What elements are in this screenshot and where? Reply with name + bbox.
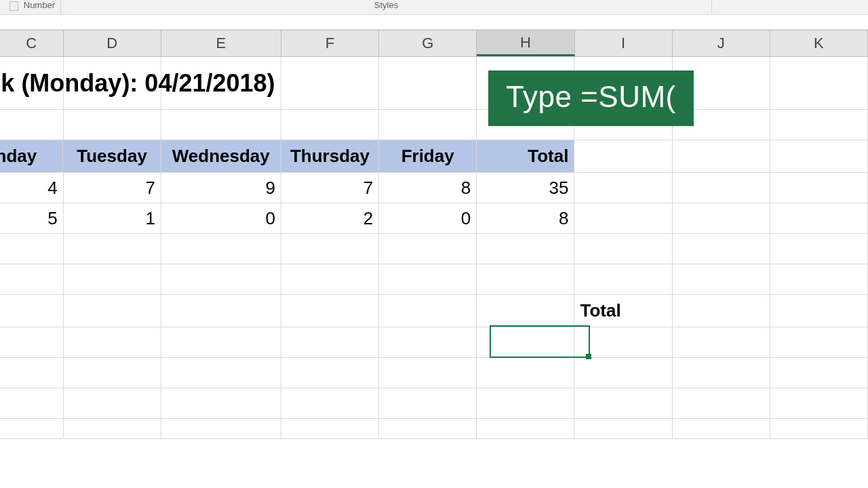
active-cell-H[interactable]: [477, 295, 574, 327]
cell[interactable]: [379, 388, 477, 419]
cell[interactable]: [161, 295, 281, 327]
col-header-E[interactable]: E: [161, 30, 281, 56]
cell[interactable]: [161, 234, 281, 264]
cell[interactable]: [0, 419, 64, 439]
cell[interactable]: [379, 419, 477, 439]
ribbon-group-number[interactable]: Number: [0, 0, 61, 14]
cell-G-r1[interactable]: 8: [379, 173, 477, 203]
cell[interactable]: [770, 203, 868, 234]
cell[interactable]: [161, 358, 281, 388]
col-header-J[interactable]: J: [673, 30, 770, 56]
cell-F-r1[interactable]: 7: [281, 173, 379, 203]
header-thursday[interactable]: Thursday: [281, 140, 379, 173]
cell[interactable]: [673, 203, 770, 234]
cell[interactable]: [379, 110, 477, 140]
cell[interactable]: [477, 264, 574, 295]
cell[interactable]: [281, 57, 379, 110]
cell-H-r1[interactable]: 35: [477, 173, 574, 203]
cell[interactable]: [0, 234, 64, 264]
cell[interactable]: [281, 295, 379, 327]
cell-E-r1[interactable]: 9: [161, 173, 281, 203]
cell-C-r1[interactable]: 4: [0, 173, 64, 203]
cell[interactable]: [281, 234, 379, 264]
cell[interactable]: [574, 203, 672, 234]
cell[interactable]: [770, 234, 868, 264]
grid[interactable]: (Start of Week (Monday): 04/21/2018): [0, 57, 868, 439]
cell[interactable]: [574, 388, 672, 419]
cell[interactable]: [64, 234, 161, 264]
cell[interactable]: [64, 327, 161, 358]
formula-bar-area[interactable]: [0, 15, 868, 30]
cell[interactable]: [673, 327, 770, 358]
cell[interactable]: [0, 264, 64, 295]
col-header-G[interactable]: G: [379, 30, 477, 56]
col-header-F[interactable]: F: [281, 30, 379, 56]
cell[interactable]: [770, 327, 868, 358]
cell[interactable]: [0, 295, 64, 327]
cell[interactable]: [281, 110, 379, 140]
cell[interactable]: [477, 327, 574, 358]
header-wednesday[interactable]: Wednesday: [161, 140, 281, 173]
cell[interactable]: [281, 327, 379, 358]
cell[interactable]: [770, 295, 868, 327]
cell[interactable]: [379, 57, 477, 110]
cell[interactable]: [379, 295, 477, 327]
cell[interactable]: [673, 234, 770, 264]
cell-F-r2[interactable]: 2: [281, 203, 379, 234]
header-monday[interactable]: Monday: [0, 140, 63, 173]
cell[interactable]: [673, 173, 770, 203]
cell[interactable]: [281, 388, 379, 419]
cell[interactable]: [770, 264, 868, 295]
cell[interactable]: [0, 327, 64, 358]
title-cell[interactable]: (Start of Week (Monday): 04/21/2018): [0, 57, 64, 110]
cell[interactable]: [770, 57, 868, 110]
col-header-I[interactable]: I: [575, 30, 673, 56]
col-header-K[interactable]: K: [770, 30, 868, 56]
cell[interactable]: [64, 295, 161, 327]
cell[interactable]: [379, 358, 477, 388]
cell[interactable]: [64, 388, 161, 419]
cell[interactable]: [673, 295, 770, 327]
header-tuesday[interactable]: Tuesday: [63, 140, 161, 173]
cell[interactable]: [64, 110, 161, 140]
col-header-H[interactable]: H: [477, 30, 574, 56]
cell[interactable]: [574, 234, 672, 264]
cell[interactable]: [64, 264, 161, 295]
cell[interactable]: [281, 358, 379, 388]
cell[interactable]: [574, 419, 672, 439]
cell[interactable]: [161, 110, 281, 140]
cell-D-r2[interactable]: 1: [64, 203, 161, 234]
cell-G-r2[interactable]: 0: [379, 203, 477, 234]
cell[interactable]: [161, 327, 281, 358]
cell[interactable]: [673, 140, 770, 173]
cell-C-r2[interactable]: 5: [0, 203, 64, 234]
cell[interactable]: [477, 388, 574, 419]
cell[interactable]: [64, 419, 161, 439]
cell-E-r2[interactable]: 0: [161, 203, 281, 234]
cell[interactable]: [281, 264, 379, 295]
dialog-launcher-icon[interactable]: [9, 1, 18, 11]
cell[interactable]: [574, 140, 672, 173]
cell[interactable]: [477, 358, 574, 388]
cell[interactable]: [770, 140, 868, 173]
cell[interactable]: [574, 358, 672, 388]
cell[interactable]: [673, 264, 770, 295]
header-friday[interactable]: Friday: [379, 140, 477, 173]
cell[interactable]: [161, 388, 281, 419]
cell[interactable]: [574, 264, 672, 295]
cell[interactable]: [477, 234, 574, 264]
cell[interactable]: [770, 358, 868, 388]
cell[interactable]: [161, 264, 281, 295]
ribbon-group-styles[interactable]: Styles: [61, 0, 712, 14]
cell[interactable]: [770, 110, 868, 140]
cell[interactable]: [379, 264, 477, 295]
cell[interactable]: [770, 419, 868, 439]
cell[interactable]: [770, 388, 868, 419]
cell[interactable]: [770, 173, 868, 203]
cell[interactable]: [64, 358, 161, 388]
cell[interactable]: [379, 327, 477, 358]
spreadsheet[interactable]: C D E F G H I J K (Start of Week (Monday…: [0, 30, 868, 439]
cell[interactable]: [281, 419, 379, 439]
cell[interactable]: [477, 419, 574, 439]
cell[interactable]: [673, 419, 770, 439]
